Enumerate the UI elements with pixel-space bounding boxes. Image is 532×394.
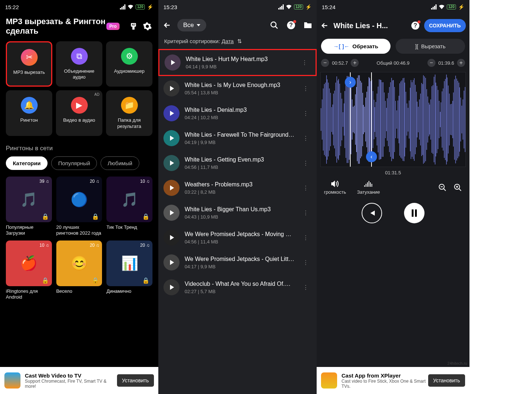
ringtone-card-2[interactable]: 🎵 10 ♫ 🔒 Тик Ток Тренд <box>106 177 152 236</box>
waveform[interactable]: › ‹ <box>320 72 466 167</box>
start-minus[interactable]: − <box>321 59 329 67</box>
pill-1[interactable]: Популярный <box>51 156 97 170</box>
save-button[interactable]: СОХРАНИТЬ <box>424 19 466 32</box>
feature-card-4[interactable]: AD▶Видео в аудио <box>56 90 102 136</box>
settings-icon[interactable] <box>142 21 152 31</box>
more-icon[interactable]: ⋮ <box>300 207 312 219</box>
range-end-handle[interactable]: ‹ <box>371 72 372 167</box>
install-button[interactable]: Установить <box>117 374 154 387</box>
ringtone-card-1[interactable]: 🔵 20 ♫ 🔒 20 лучших рингтонов 2022 года <box>56 177 102 236</box>
status-bar: 15:22 120 ⚡ <box>0 0 158 14</box>
previous-button[interactable] <box>362 203 382 223</box>
ad-banner[interactable]: Cast Web Video to TV Support Chromecast,… <box>0 367 158 394</box>
current-playhead-time: 01:31.5 <box>317 170 469 175</box>
volume-button[interactable]: громкость <box>324 180 346 195</box>
battery-icon: 120 <box>294 4 303 10</box>
ad-settings-icon[interactable]: AD <box>128 21 139 31</box>
install-button[interactable]: Установить <box>428 374 465 387</box>
end-plus[interactable]: + <box>457 59 465 67</box>
watermark: 24hitech.ru <box>448 361 467 365</box>
signal-icon <box>120 4 125 10</box>
signal-icon <box>278 4 284 10</box>
feature-card-0[interactable]: ✂MP3 вырезать <box>6 41 52 87</box>
feature-grid: ✂MP3 вырезать⧉Объединение аудио⚙Аудиомик… <box>0 41 158 143</box>
sort-value[interactable]: Дата <box>222 38 234 44</box>
more-icon[interactable]: ⋮ <box>300 182 312 194</box>
more-icon[interactable]: ⋮ <box>300 231 312 244</box>
song-row[interactable]: White Lies - Hurt My Heart.mp304:14 | 9,… <box>158 49 317 76</box>
song-row[interactable]: White Lies - Bigger Than Us.mp304:43 | 1… <box>158 200 317 225</box>
svg-rect-11 <box>369 181 369 187</box>
start-plus[interactable]: + <box>351 59 359 67</box>
ringtone-card-0[interactable]: 🎵 39 ♫ 🔒 Популярные Загрузки <box>6 177 52 236</box>
charging-icon: ⚡ <box>458 4 464 10</box>
sort-criteria: Критерий сортировки: Дата ⇅ <box>158 37 317 49</box>
svg-rect-9 <box>366 184 366 187</box>
battery-icon: 120 <box>136 4 145 10</box>
more-icon[interactable]: ⋮ <box>300 157 312 170</box>
more-icon[interactable]: ⋮ <box>300 132 312 145</box>
clock: 15:22 <box>5 4 19 10</box>
song-row[interactable]: Weathers - Problems.mp303:22 | 8,2 MB ⋮ <box>158 175 317 200</box>
filter-dropdown[interactable]: Все <box>177 19 206 31</box>
more-icon[interactable]: ⋮ <box>300 281 312 294</box>
category-pills: КатегорииПопулярныйЛюбимый <box>0 156 158 177</box>
range-start-handle[interactable]: › <box>350 72 351 167</box>
wifi-icon <box>286 5 292 9</box>
song-row[interactable]: White Lies - Is My Love Enough.mp305:54 … <box>158 76 317 101</box>
zoom-in-button[interactable] <box>453 183 462 192</box>
pro-badge[interactable]: Pro <box>106 23 120 30</box>
song-row[interactable]: We Were Promised Jetpacks - Quiet Little… <box>158 250 317 275</box>
mode-trim-button[interactable]: ][ Вырезать <box>396 39 465 54</box>
start-time-stepper[interactable]: − 00:52.7 + <box>321 59 359 67</box>
end-time-stepper[interactable]: − 01:39.6 + <box>427 59 465 67</box>
ringtone-card-4[interactable]: 😊 20 ♫ 🔒 Весело <box>56 240 102 300</box>
help-icon[interactable]: ? <box>287 21 295 30</box>
svg-rect-1 <box>132 27 135 30</box>
track-title: White Lies - H... <box>333 22 407 30</box>
feature-card-1[interactable]: ⧉Объединение аудио <box>56 41 102 87</box>
back-button[interactable] <box>320 21 329 30</box>
ad-subtitle: Cast video to Fire Stick, Xbox One & Sma… <box>342 379 428 389</box>
svg-rect-17 <box>415 209 417 217</box>
ringtone-grid: 🎵 39 ♫ 🔒 Популярные Загрузки 🔵 20 ♫ 🔒 20… <box>0 177 158 300</box>
fade-button[interactable]: Затухание <box>357 180 380 195</box>
end-minus[interactable]: − <box>427 59 435 67</box>
song-row[interactable]: We Were Promised Jetpacks - Moving Clo..… <box>158 225 317 250</box>
song-list[interactable]: White Lies - Hurt My Heart.mp304:14 | 9,… <box>158 49 317 393</box>
back-button[interactable] <box>163 21 171 30</box>
app-title: MP3 вырезать & Рингтон сделать <box>6 17 106 36</box>
feature-card-3[interactable]: 🔔Рингтон <box>6 90 52 136</box>
pill-0[interactable]: Категории <box>6 156 48 170</box>
charging-icon: ⚡ <box>147 4 153 10</box>
more-icon[interactable]: ⋮ <box>300 256 312 269</box>
search-icon[interactable] <box>270 21 279 30</box>
folder-icon[interactable] <box>303 22 312 29</box>
end-value: 01:39.6 <box>438 60 454 66</box>
ad-icon <box>321 372 337 389</box>
pill-2[interactable]: Любимый <box>101 156 139 170</box>
ringtone-card-5[interactable]: 📊 20 ♫ 🔒 Динамично <box>106 240 152 300</box>
feature-card-5[interactable]: 📁Папка для результата <box>106 90 152 136</box>
help-icon[interactable]: ? <box>411 21 420 30</box>
ringtone-card-3[interactable]: 🍎 10 ♫ 🔒 iRingtones для Android <box>6 240 52 300</box>
ad-icon <box>4 372 20 389</box>
more-icon[interactable]: ⋮ <box>299 56 310 69</box>
status-bar: 15:24 120 ⚡ <box>317 0 469 14</box>
ad-title: Cast Web Video to TV <box>25 372 117 379</box>
song-row[interactable]: Videoclub - What Are You so Afraid Of.mp… <box>158 275 317 300</box>
song-row[interactable]: White Lies - Getting Even.mp304:56 | 11,… <box>158 151 317 175</box>
ad-banner[interactable]: Cast App from XPlayer Cast video to Fire… <box>317 367 469 394</box>
svg-text:?: ? <box>414 22 417 29</box>
zoom-out-button[interactable] <box>438 183 447 192</box>
svg-rect-16 <box>412 209 414 217</box>
mode-cut-button[interactable]: →[ ]←Обрезать <box>321 39 390 54</box>
total-duration: Общий 00:46.9 <box>377 60 410 66</box>
pause-button[interactable] <box>404 203 425 223</box>
clock: 15:23 <box>163 4 177 10</box>
song-row[interactable]: White Lies - Farewell To The Fairground.… <box>158 126 317 151</box>
more-icon[interactable]: ⋮ <box>300 82 312 95</box>
song-row[interactable]: White Lies - Denial.mp304:24 | 10,2 MB ⋮ <box>158 101 317 126</box>
feature-card-2[interactable]: ⚙Аудиомикшер <box>106 41 152 87</box>
more-icon[interactable]: ⋮ <box>300 107 312 120</box>
